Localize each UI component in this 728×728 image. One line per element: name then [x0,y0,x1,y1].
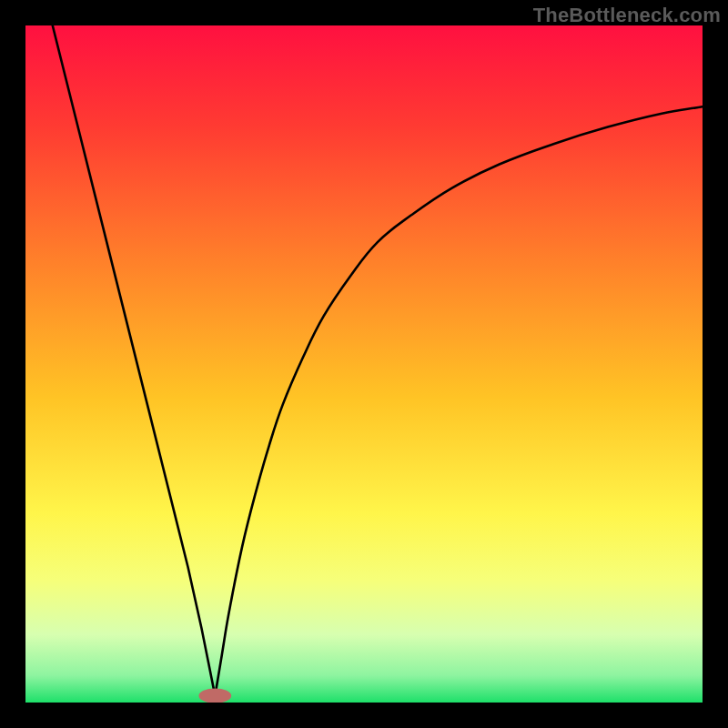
chart-frame: TheBottleneck.com [0,0,728,728]
vertex-marker [198,688,231,703]
plot-area [25,25,703,703]
watermark-text: TheBottleneck.com [533,4,721,27]
gradient-background [25,25,703,703]
plot-svg [25,25,703,703]
